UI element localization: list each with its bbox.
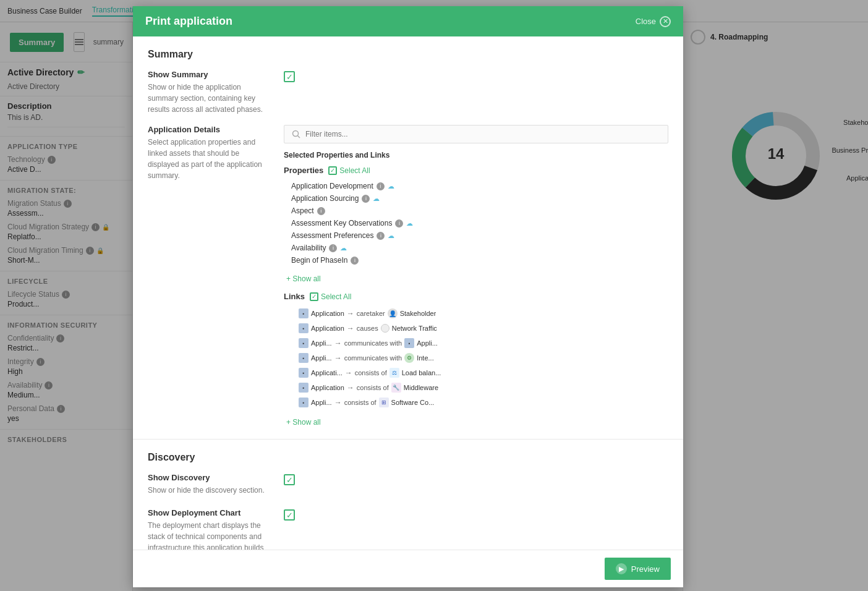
- modal-header: Print application Close ✕: [133, 6, 683, 36]
- link-arrow-4: →: [334, 354, 342, 362]
- prop-info-icon: i: [377, 182, 385, 190]
- link-item-1: ▪ Application → caretaker 👤 Stakeholder: [299, 306, 668, 321]
- filter-input[interactable]: [305, 130, 660, 138]
- deployment-chart-label: Show Deployment Chart: [148, 508, 271, 517]
- link-to-4: Inte...: [417, 354, 434, 362]
- links-header: Links ✓ Select All: [284, 292, 668, 301]
- prop-begin-phasein: Begin of PhaseIn i: [291, 254, 668, 266]
- show-discovery-label: Show Discovery: [148, 473, 271, 482]
- links-show-all[interactable]: + Show all: [286, 418, 321, 427]
- search-icon: [292, 130, 300, 138]
- link-from-icon-6: ▪: [299, 383, 308, 393]
- prop-availability-text: Availability: [291, 244, 326, 252]
- prop-assessment-key: Assessment Key Observations i ☁: [291, 217, 668, 229]
- discovery-heading: Discovery: [148, 452, 668, 463]
- deployment-chart-row: Show Deployment Chart The deployment cha…: [148, 508, 668, 550]
- show-discovery-desc: Show or hide the discovery section.: [148, 485, 271, 496]
- properties-section: Properties ✓ Select All Application Deve…: [284, 166, 668, 283]
- link-arrow-2: →: [347, 324, 354, 333]
- summary-section: Summary Show Summary Show or hide the ap…: [133, 36, 683, 440]
- preview-button[interactable]: ▶ Preview: [605, 558, 671, 580]
- modal-body: Summary Show Summary Show or hide the ap…: [133, 36, 683, 550]
- props-select-all-checkbox[interactable]: ✓: [328, 166, 337, 175]
- link-item-7: ▪ Appli... → consists of ⊞ Software Co..…: [299, 395, 668, 410]
- show-discovery-left: Show Discovery Show or hide the discover…: [148, 473, 271, 496]
- link-from-5: Applicati...: [311, 369, 343, 376]
- app-details-label: Application Details: [148, 125, 271, 134]
- link-from-1: Application: [311, 310, 344, 317]
- prop-app-sourcing: Application Sourcing i ☁: [291, 192, 668, 205]
- link-to-icon-2: [381, 324, 389, 333]
- link-from-icon-2: ▪: [299, 323, 308, 333]
- prop-info-icon-6: i: [329, 244, 337, 252]
- link-to-5: Load balan...: [402, 369, 441, 376]
- show-summary-label: Show Summary: [148, 70, 271, 79]
- link-relation-1: caretaker: [357, 310, 385, 317]
- deployment-chart-desc: The deployment chart displays the stack …: [148, 520, 271, 550]
- link-to-icon-4: ⚙: [404, 353, 414, 363]
- deployment-chart-right: ✓: [284, 508, 668, 550]
- links-select-all[interactable]: ✓ Select All: [310, 292, 351, 301]
- prop-app-sourcing-text: Application Sourcing: [291, 194, 359, 203]
- link-arrow-3: →: [334, 339, 342, 347]
- link-to-7: Software Co...: [391, 399, 435, 406]
- props-select-all[interactable]: ✓ Select All: [328, 166, 370, 175]
- links-select-all-checkbox[interactable]: ✓: [310, 292, 318, 301]
- link-to-2: Network Traffic: [392, 325, 437, 332]
- show-summary-checkbox[interactable]: ✓: [284, 71, 295, 82]
- link-item-5: ▪ Applicati... → consists of ⚖ Load bala…: [299, 365, 668, 380]
- preview-icon: ▶: [616, 563, 627, 574]
- show-discovery-checkbox[interactable]: ✓: [284, 474, 295, 485]
- link-to-6: Middleware: [404, 384, 438, 391]
- close-circle-icon: ✕: [660, 16, 671, 27]
- link-from-icon-5: ▪: [299, 368, 308, 378]
- link-from-4: Appli...: [311, 354, 332, 362]
- link-relation-5: consists of: [355, 369, 387, 376]
- link-item-6: ▪ Application → consists of 🔧 Middleware: [299, 380, 668, 395]
- link-to-3: Appli...: [417, 339, 438, 347]
- props-header: Properties ✓ Select All: [284, 166, 668, 175]
- deployment-chart-checkbox[interactable]: ✓: [284, 509, 295, 521]
- link-arrow-5: →: [345, 368, 352, 377]
- props-select-all-label[interactable]: Select All: [339, 166, 370, 175]
- show-summary-desc: Show or hide the application summary sec…: [148, 82, 271, 115]
- cloud-icon-2: ☁: [373, 195, 380, 203]
- prop-app-development: Application Development i ☁: [291, 180, 668, 192]
- link-from-icon-1: ▪: [299, 308, 308, 318]
- discovery-section: Discovery Show Discovery Show or hide th…: [133, 440, 683, 550]
- summary-heading: Summary: [148, 49, 668, 60]
- prop-info-icon-5: i: [377, 232, 385, 240]
- link-relation-2: causes: [357, 325, 378, 332]
- props-show-all[interactable]: + Show all: [286, 274, 321, 283]
- link-relation-4: communicates with: [344, 354, 402, 362]
- prop-aspect: Aspect i: [291, 205, 668, 217]
- links-list: ▪ Application → caretaker 👤 Stakeholder …: [291, 306, 668, 410]
- app-details-left: Application Details Select application p…: [148, 125, 271, 427]
- print-modal: Print application Close ✕ Summary Show S…: [133, 6, 683, 587]
- links-select-all-label[interactable]: Select All: [321, 292, 351, 301]
- prop-assessment-pref-text: Assessment Preferences: [291, 231, 373, 240]
- link-to-icon-3: ▪: [404, 338, 414, 348]
- link-item-3: ▪ Appli... → communicates with ▪ Appli..…: [299, 336, 668, 351]
- cloud-icon-1: ☁: [388, 182, 394, 190]
- prop-info-icon-4: i: [395, 219, 403, 227]
- app-details-right: Selected Properties and Links Properties…: [284, 125, 668, 427]
- link-from-3: Appli...: [311, 339, 332, 347]
- link-from-icon-4: ▪: [299, 353, 308, 363]
- link-item-4: ▪ Appli... → communicates with ⚙ Inte...: [299, 351, 668, 365]
- link-from-icon-3: ▪: [299, 338, 308, 348]
- link-relation-3: communicates with: [344, 339, 402, 347]
- cloud-icon-5: ☁: [340, 244, 347, 252]
- svg-point-8: [293, 131, 299, 137]
- close-button[interactable]: Close ✕: [636, 16, 671, 27]
- deployment-chart-left: Show Deployment Chart The deployment cha…: [148, 508, 271, 550]
- prop-info-icon-3: i: [317, 207, 325, 215]
- prop-availability: Availability i ☁: [291, 242, 668, 254]
- links-title: Links: [284, 292, 305, 301]
- modal-title: Print application: [145, 15, 232, 28]
- app-details-row: Application Details Select application p…: [148, 125, 668, 427]
- show-summary-right: ✓: [284, 70, 668, 115]
- link-from-icon-7: ▪: [299, 398, 308, 407]
- props-title: Properties: [284, 166, 323, 175]
- selected-label: Selected Properties and Links: [284, 151, 668, 159]
